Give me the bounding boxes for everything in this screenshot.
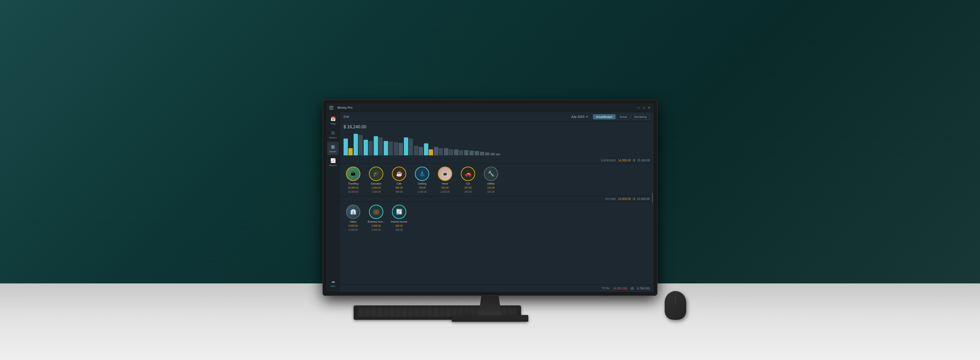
bar-light-14 [469,151,474,155]
travelling-name: Travelling [348,182,358,185]
bar-light-16 [480,152,484,155]
bar-light-11 [444,148,449,155]
income-budget: 10,400.00 [637,197,650,201]
travelling-circle: 🏔 [346,167,360,181]
education-name: Education [371,182,381,185]
bar-gray-6 [394,142,398,155]
sidebar-item-reports[interactable]: 📈 Reports [327,156,339,169]
interest-income-actual: 400.00 [396,225,403,227]
bar-group-8 [414,146,423,155]
total-separator: /($ [630,287,634,290]
bar-gray-7 [409,139,413,155]
bar-group-12 [454,149,463,155]
home-actual: 650.00 [441,186,449,189]
bar-cyan-5 [384,141,388,155]
edit-button[interactable]: Edit [344,115,349,118]
cafe-circle: ☕ [392,167,406,181]
minimize-button[interactable]: — [637,106,640,109]
car-icon: 🚗 [465,170,471,177]
total-row: TOTAL (4,355.00) /($ 4,760.00) [340,284,654,292]
balance-icon: ⚖ [331,130,335,135]
bar-chart [344,131,650,155]
category-interest-income[interactable]: 🔄 Interest income 400.00 400.00 [390,205,409,231]
income-label: INCOME [605,198,616,200]
business-income-actual: 3,600.00 [372,225,381,227]
bar-group-1 [344,139,353,155]
utilities-icon: 🔧 [488,170,494,177]
category-cafe[interactable]: ☕ Cafe 800.00 900.00 [390,167,409,193]
category-home[interactable]: 👨‍👩‍👧 Home 650.00 1,500.00 [436,167,455,193]
toolbar: Edit July 2023 ▼ Actual/Budget Actual Re… [340,112,654,122]
bar-cyan-2 [354,134,358,155]
bar-light-15 [475,151,479,155]
bar-yellow-1 [348,148,353,155]
restore-button[interactable]: □ [642,106,646,109]
bar-group-14 [469,151,474,155]
home-budget: 1,500.00 [441,191,450,193]
bar-group-13 [464,150,468,155]
car-circle: 🚗 [461,167,475,181]
expense-category-row: 🏔 Travelling 10,800.00 10,000.00 [344,167,650,193]
sidebar-label-balance: Balance [329,137,337,139]
bar-gray-11 [449,149,453,155]
monitor-stand-base [452,315,528,322]
mouse [665,291,686,320]
category-car[interactable]: 🚗 Car 247.00 200.00 [458,167,477,193]
total-actual: (4,355.00) [613,287,627,290]
category-business-income[interactable]: 💼 Business inco... 3,600.00 4,000.00 [366,205,386,231]
main-layout: 📅 Today ⚖ Balance ▦ Budget 📈 [326,112,654,292]
category-education[interactable]: 🎓 Education 1,000.00 1,000.00 [366,167,386,193]
sidebar-item-sync[interactable]: ☁ Sync [327,276,339,290]
monitor-screen: Money Pro — □ ✕ 📅 Today [326,104,654,292]
education-circle: 🎓 [369,167,383,181]
salary-budget: 6,000.00 [348,229,358,231]
category-utilities[interactable]: 🔧 Utilities 120.00 160.00 [481,167,501,193]
travelling-icon: 🏔 [347,167,360,180]
expenses-label: EXPENSES [601,159,616,162]
interest-income-icon: 🔄 [396,209,402,215]
month-selector[interactable]: July 2023 ▼ [571,115,588,118]
bar-group-18 [490,153,495,155]
income-actual: 10,000.00 [618,197,631,201]
salary-circle: 👔 [346,205,360,219]
scrollbar[interactable] [652,193,653,202]
interest-income-budget: 400.00 [396,229,403,231]
reports-icon: 📈 [331,158,336,163]
education-budget: 1,000.00 [372,191,381,193]
category-travelling[interactable]: 🏔 Travelling 10,800.00 10,000.00 [344,167,363,193]
bar-light-10 [434,147,438,155]
sidebar-item-budget[interactable]: ▦ Budget [327,142,339,155]
expenses-actual: 14,355.00 [618,159,631,162]
bar-cyan-4 [374,136,378,155]
category-clothing[interactable]: 👗 Clothing 738.00 1,400.00 [412,167,432,193]
expense-categories-section: 🏔 Travelling 10,800.00 10,000.00 [340,164,654,196]
income-separator: /$ [633,197,635,201]
cafe-name: Cafe [396,182,401,185]
bar-group-15 [475,151,479,155]
sidebar-label-today: Today [330,123,336,125]
bar-light-6 [399,143,403,155]
education-icon: 🎓 [373,170,379,177]
utilities-name: Utilities [487,182,495,185]
category-salary[interactable]: 👔 Salary 6,000.00 6,000.00 [344,205,363,231]
bar-yellow-9 [429,149,433,155]
income-stats-row: INCOME 10,000.00 /$ 10,400.00 [340,196,654,202]
actual-button[interactable]: Actual [617,114,630,119]
business-income-name: Business inco... [368,220,385,223]
utilities-budget: 160.00 [487,191,495,193]
utilities-circle: 🔧 [484,167,498,181]
total-budget: 4,760.00) [637,287,650,290]
bar-group-17 [485,153,490,155]
sidebar-item-today[interactable]: 📅 Today [327,114,339,127]
hamburger-menu[interactable] [329,105,335,111]
sidebar-item-balance[interactable]: ⚖ Balance [327,128,339,141]
sidebar-label-sync: Sync [331,285,335,287]
expenses-stats-row: EXPENSES 14,355.00 /$ 15,160.00 [340,157,654,164]
sidebar: 📅 Today ⚖ Balance ▦ Budget 📈 [326,112,340,292]
close-button[interactable]: ✕ [648,106,651,109]
clothing-actual: 738.00 [418,186,426,189]
clothing-circle: 👗 [415,167,429,181]
bar-cyan-1 [344,139,348,155]
remaining-button[interactable]: Remaining [631,114,650,119]
actual-budget-button[interactable]: Actual/Budget [593,114,616,119]
